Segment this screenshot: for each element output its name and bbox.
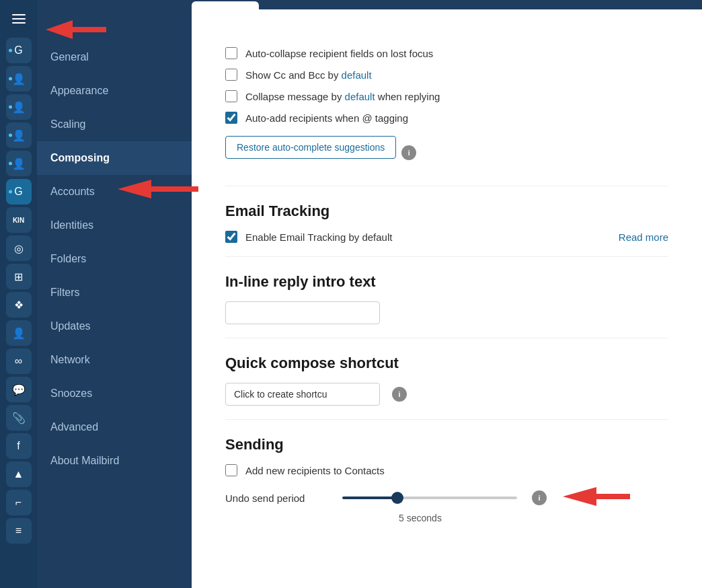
email-tracking-row: Enable Email Tracking by default Read mo… — [225, 231, 668, 243]
drive-icon: ▲ — [13, 468, 24, 480]
person-icon-4: 👤 — [12, 157, 26, 170]
active-tab[interactable] — [192, 1, 259, 9]
hamburger-menu[interactable] — [7, 7, 31, 31]
icon-rail: G 👤 👤 👤 👤 G KIN ◎ ⊞ ❖ 👤 ∞ 💬 📎 — [0, 0, 37, 588]
person-icon-1: 👤 — [12, 73, 26, 85]
undo-send-slider[interactable] — [342, 497, 517, 499]
rail-icon-g2[interactable]: G — [6, 179, 32, 205]
person-icon-5: 👤 — [12, 327, 26, 340]
checkbox-enable-tracking[interactable] — [225, 231, 237, 243]
shortcut-info-icon[interactable]: i — [392, 387, 407, 402]
rail-icon-whatsapp[interactable]: 💬 — [6, 377, 32, 402]
sidebar-item-advanced[interactable]: Advanced — [37, 410, 192, 444]
divider-1 — [225, 186, 668, 186]
checkbox-row-auto-add: Auto-add recipients when @ tagging — [225, 112, 668, 124]
default-highlight-1: default — [342, 69, 372, 81]
divider-3 — [225, 338, 668, 338]
sidebar-item-general[interactable]: General — [37, 40, 192, 74]
rail-icon-clip[interactable]: 📎 — [6, 405, 32, 431]
rail-icon-person3[interactable]: 👤 — [6, 122, 32, 148]
sidebar-item-appearance[interactable]: Appearance — [37, 74, 192, 108]
bracket-icon: ⌐ — [15, 497, 22, 509]
rail-icon-layers[interactable]: ≡ — [6, 518, 32, 544]
restore-info-icon[interactable]: i — [401, 145, 416, 160]
shortcut-input[interactable] — [225, 383, 380, 406]
sidebar-item-snoozes[interactable]: Snoozes — [37, 377, 192, 410]
read-more-link[interactable]: Read more — [619, 231, 668, 243]
checkbox-collapse-msg[interactable] — [225, 90, 237, 102]
rail-icon-drive[interactable]: ▲ — [6, 462, 32, 487]
whatsapp-icon: 💬 — [12, 383, 26, 396]
checkbox-row-tracking: Enable Email Tracking by default — [225, 231, 619, 243]
sidebar-item-scaling[interactable]: Scaling — [37, 108, 192, 141]
checkbox-row-add-recipients: Add new recipients to Contacts — [225, 464, 668, 476]
auto-collapse-label: Auto-collapse recipient fields on lost f… — [245, 48, 433, 59]
sidebar-item-updates[interactable]: Updates — [37, 309, 192, 343]
main-content: Auto-collapse recipient fields on lost f… — [192, 0, 702, 588]
restore-row: Restore auto-complete suggestions i — [225, 133, 668, 172]
svg-marker-1 — [192, 180, 198, 198]
sidebar-item-folders[interactable]: Folders — [37, 242, 192, 276]
g-icon-2: G — [14, 186, 22, 198]
rail-icon-g[interactable]: G — [6, 38, 32, 63]
inline-reply-title: In-line reply intro text — [225, 273, 668, 291]
rail-icon-person1[interactable]: 👤 — [6, 66, 32, 91]
collapse-msg-label: Collapse message by default when replyin… — [245, 91, 440, 102]
email-tracking-title: Email Tracking — [225, 203, 668, 220]
circle-icon: ◎ — [14, 242, 24, 255]
rail-icon-fb[interactable]: f — [6, 433, 32, 459]
sidebar: General Appearance Scaling Composing Acc… — [37, 0, 192, 588]
default-highlight-2: default — [345, 91, 375, 102]
dropbox-icon: ❖ — [14, 299, 24, 311]
clip-icon: 📎 — [12, 412, 26, 425]
enable-tracking-label: Enable Email Tracking by default — [245, 231, 392, 243]
sidebar-item-accounts[interactable]: Accounts — [37, 175, 192, 209]
inline-reply-input[interactable] — [225, 301, 380, 324]
rail-icon-bracket[interactable]: ⌐ — [6, 490, 32, 515]
sidebar-item-network[interactable]: Network — [37, 343, 192, 377]
checkbox-auto-add[interactable] — [225, 112, 237, 124]
slider-row: Undo send period i — [225, 486, 668, 510]
undo-send-label: Undo send period — [225, 492, 333, 504]
fb-icon: f — [17, 440, 20, 452]
show-cc-label: Show Cc and Bcc by default — [245, 69, 372, 81]
checkbox-auto-collapse[interactable] — [225, 47, 237, 59]
rail-icon-person2[interactable]: 👤 — [6, 94, 32, 120]
top-tabs — [192, 0, 702, 9]
auto-add-label: Auto-add recipients when @ tagging — [245, 112, 408, 124]
rail-icon-kin[interactable]: KIN — [6, 207, 32, 233]
rail-icon-dropbox[interactable]: ❖ — [6, 292, 32, 318]
sidebar-item-about[interactable]: About Mailbird — [37, 444, 192, 478]
sidebar-item-composing[interactable]: Composing — [37, 141, 192, 175]
checkbox-show-cc[interactable] — [225, 69, 237, 81]
quick-compose-title: Quick compose shortcut — [225, 355, 668, 372]
undo-send-seconds: 5 seconds — [333, 513, 508, 523]
rail-icon-person4[interactable]: 👤 — [6, 151, 32, 176]
sending-title: Sending — [225, 436, 668, 453]
rail-icon-infinity[interactable]: ∞ — [6, 348, 32, 374]
divider-2 — [225, 256, 668, 257]
checkbox-add-recipients[interactable] — [225, 464, 237, 476]
divider-4 — [225, 419, 668, 420]
kin-icon: KIN — [13, 217, 24, 224]
shortcut-row: i — [225, 383, 668, 406]
checkbox-row-show-cc: Show Cc and Bcc by default — [225, 69, 668, 81]
infinity-icon: ∞ — [15, 355, 22, 367]
rail-icon-circle[interactable]: ◎ — [6, 235, 32, 261]
g-icon: G — [14, 44, 22, 57]
rail-icon-grid[interactable]: ⊞ — [6, 264, 32, 289]
sidebar-item-filters[interactable]: Filters — [37, 276, 192, 309]
grid-icon: ⊞ — [14, 270, 23, 283]
checkbox-row-collapse-msg: Collapse message by default when replyin… — [225, 90, 668, 102]
restore-button[interactable]: Restore auto-complete suggestions — [225, 136, 396, 159]
svg-marker-2 — [563, 487, 630, 506]
person-icon-2: 👤 — [12, 101, 26, 114]
sidebar-item-identities[interactable]: Identities — [37, 209, 192, 242]
person-icon-3: 👤 — [12, 129, 26, 142]
undo-send-info-icon[interactable]: i — [532, 490, 547, 505]
rail-icon-person5[interactable]: 👤 — [6, 320, 32, 346]
checkbox-row-auto-collapse: Auto-collapse recipient fields on lost f… — [225, 47, 668, 59]
layers-icon: ≡ — [15, 525, 22, 537]
add-recipients-label: Add new recipients to Contacts — [245, 465, 385, 476]
